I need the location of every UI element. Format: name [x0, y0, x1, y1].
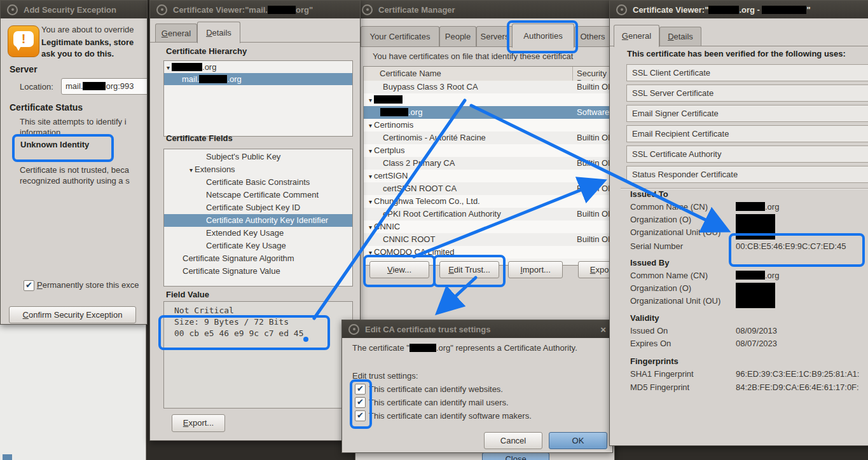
identify-websites-checkbox[interactable]: ✔ [355, 384, 366, 395]
window-menu-icon[interactable] [616, 4, 627, 15]
cert-group-row[interactable]: ▾CNNIC [364, 220, 615, 233]
cert-group-row[interactable]: ▾COMODO CA Limited [364, 246, 615, 259]
cert-row[interactable]: Certinomis - Autorité RacineBuiltin Obje… [364, 132, 615, 144]
cert-group-row[interactable]: ▾Certplus [364, 144, 615, 157]
redacted-text [199, 75, 227, 83]
field-value-box[interactable]: Not Critical Size: 9 Bytes / 72 Bits 00 … [163, 301, 353, 409]
redacted-block [736, 283, 775, 308]
expander-icon[interactable]: ▾ [189, 166, 193, 173]
window-menu-icon[interactable] [362, 4, 373, 15]
certificate-fields-heading: Certificate Fields [166, 133, 233, 144]
window-menu-icon[interactable] [7, 4, 18, 15]
identify-software-makers-label: This certificate can identify software m… [369, 411, 532, 421]
cert-row[interactable]: CNNIC ROOTBuiltin Object Token [364, 233, 615, 246]
window-menu-icon[interactable] [348, 324, 359, 335]
usage-ssl-server: SSL Server Certificate [626, 85, 868, 102]
title-bar[interactable]: Certificate Manager [355, 1, 614, 18]
expander-icon[interactable]: ▾ [369, 198, 372, 205]
permanently-store-checkbox[interactable]: ✔ [24, 280, 34, 291]
expander-icon[interactable]: ▾ [369, 224, 372, 231]
redacted-text [374, 95, 403, 104]
cert-group-row[interactable]: ▾ [364, 93, 615, 106]
cert-row[interactable]: Class 2 Primary CABuiltin Object Token [364, 157, 615, 170]
tab-general[interactable]: General [614, 25, 659, 47]
cert-row[interactable]: Buypass Class 3 Root CABuiltin Object To… [364, 81, 615, 93]
issued-by-cn-label: Common Name (CN) [630, 271, 708, 281]
field-row[interactable]: Netscape Certificate Comment [164, 189, 352, 201]
issued-on-label: Issued On [630, 326, 668, 336]
field-row[interactable]: Certificate Signature Value [164, 265, 352, 278]
view-button[interactable]: View... [369, 261, 429, 278]
hierarchy-child-row-selected[interactable]: mail..org [164, 73, 352, 85]
cancel-button[interactable]: Cancel [484, 432, 542, 449]
sha1-fingerprint-label: SHA1 Fingerprint [630, 369, 694, 379]
tab-details[interactable]: Details [659, 27, 701, 46]
md5-fingerprint-label: MD5 Fingerprint [630, 382, 689, 393]
field-value-line: 00 cb e5 46 e9 9c c7 ed 45 [174, 328, 304, 338]
column-header-certificate-name[interactable]: Certificate Name [380, 69, 441, 78]
expires-on-value: 08/07/2023 [736, 339, 777, 349]
mail-certificate-viewer-window: Certificate Viewer:"mail.org" General De… [149, 0, 361, 441]
tab-your-certificates[interactable]: Your Certificates [361, 26, 439, 47]
field-row[interactable]: Certificate Basic Constraints [164, 176, 352, 189]
warning-icon: ! [8, 25, 39, 57]
field-row[interactable]: Extended Key Usage [164, 227, 352, 240]
ok-button[interactable]: OK [549, 432, 607, 449]
usage-ssl-ca: SSL Certificate Authority [626, 145, 868, 163]
field-row-selected[interactable]: Certificate Authority Key Identifier [164, 214, 352, 227]
confirm-security-exception-button[interactable]: Confirm Security Exception [9, 306, 136, 323]
identify-software-makers-checkbox[interactable]: ✔ [355, 410, 366, 421]
usage-email-signer: Email Signer Certificate [626, 105, 868, 122]
sha1-fingerprint-value: 96:ED:39:C3:EE:1C:B9:25:81:A1: [736, 369, 859, 379]
tab-authorities[interactable]: Authorities [512, 24, 574, 48]
issued-by-o-label: Organization (O) [630, 283, 691, 294]
certificate-fields-tree[interactable]: Subject's Public Key ▾Extensions Certifi… [163, 149, 353, 287]
authorities-list[interactable]: Certificate Name Security Device Buypass… [363, 66, 615, 266]
field-row[interactable]: Subject's Public Key [164, 151, 352, 163]
cert-row[interactable]: ePKI Root Certification AuthorityBuiltin… [364, 208, 615, 220]
field-row[interactable]: Certificate Subject Key ID [164, 201, 352, 214]
title-bar[interactable]: Certificate Viewer:"mail.org" [150, 1, 360, 18]
tab-general[interactable]: General [155, 24, 197, 43]
expander-icon[interactable]: ▾ [369, 173, 372, 180]
certificate-hierarchy-tree[interactable]: ▾.org mail..org [163, 60, 353, 137]
hierarchy-root-row[interactable]: ▾.org [164, 61, 352, 73]
export-field-button[interactable]: Export... [172, 414, 225, 432]
cert-group-row[interactable]: ▾Chunghwa Telecom Co., Ltd. [364, 195, 615, 208]
tab-details[interactable]: Details [197, 22, 240, 43]
import-button[interactable]: Import... [508, 261, 563, 278]
field-row[interactable]: Certificate Key Usage [164, 240, 352, 252]
expander-icon[interactable]: ▾ [167, 64, 170, 71]
redacted-text [736, 271, 765, 280]
serial-number-value: 00:CB:E5:46:E9:9C:C7:ED:45 [736, 241, 846, 252]
expander-icon[interactable]: ▾ [369, 97, 372, 104]
cert-row[interactable]: certSIGN ROOT CABuiltin Object Token [364, 182, 615, 195]
cert-row-selected[interactable]: .orgSoftware Security Device [364, 106, 615, 119]
location-label: Location: [20, 82, 53, 92]
background-window-panel [0, 323, 146, 460]
identify-mail-users-checkbox[interactable]: ✔ [355, 397, 366, 408]
title-bar[interactable]: Edit CA certificate trust settings × [342, 320, 612, 338]
window-menu-icon[interactable] [156, 4, 167, 15]
tab-people[interactable]: People [439, 26, 476, 47]
edit-trust-button[interactable]: Edit Trust... [439, 261, 499, 278]
expander-icon[interactable]: ▾ [369, 122, 372, 129]
cert-group-row[interactable]: ▾Certinomis [364, 119, 615, 132]
close-icon[interactable]: × [600, 325, 606, 334]
field-row[interactable]: Certificate Signature Algorithm [164, 252, 352, 265]
close-button[interactable]: Close [482, 452, 549, 460]
dialog-body-text: The certificate ".org" represents a Cert… [352, 343, 577, 353]
redacted-text [172, 63, 202, 71]
cert-group-row[interactable]: ▾certSIGN [364, 170, 615, 182]
expander-icon[interactable]: ▾ [369, 147, 372, 154]
field-row[interactable]: ▾Extensions [164, 163, 352, 176]
location-input[interactable]: mail.org:993 [61, 78, 148, 95]
expander-icon[interactable]: ▾ [369, 249, 372, 256]
tab-servers[interactable]: Servers [476, 26, 513, 47]
override-warning-bold-2: ask you to do this. [41, 49, 114, 59]
redacted-text [268, 6, 296, 14]
title-bar[interactable]: Certificate Viewer:".org - " [610, 1, 868, 18]
redacted-text [410, 344, 436, 352]
title-bar[interactable]: Add Security Exception [1, 1, 147, 18]
tab-others[interactable]: Others [574, 26, 611, 47]
